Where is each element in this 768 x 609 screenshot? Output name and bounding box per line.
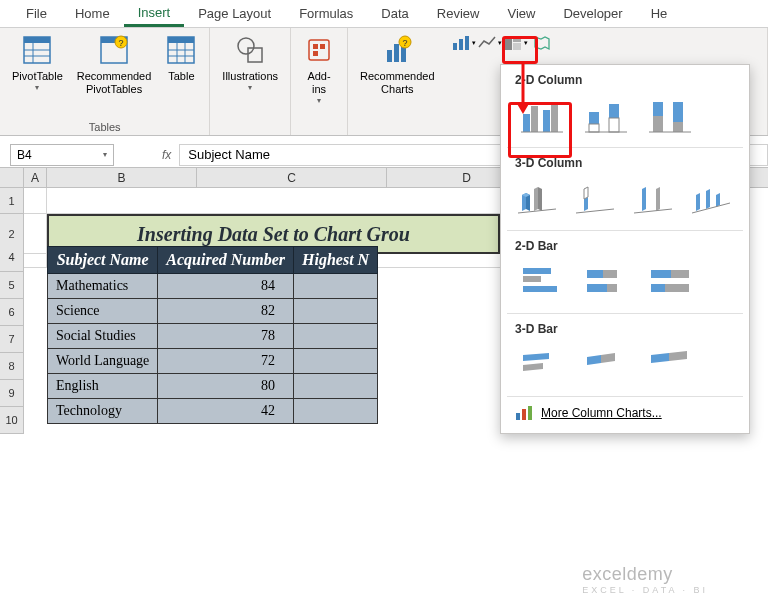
table-row[interactable]: Technology42 [48, 399, 378, 424]
col-header-a[interactable]: A [24, 168, 47, 187]
tab-developer[interactable]: Developer [549, 2, 636, 25]
clustered-bar-2d[interactable] [515, 259, 571, 303]
svg-rect-53 [523, 268, 551, 274]
svg-rect-59 [607, 284, 617, 292]
svg-rect-29 [505, 36, 512, 50]
row-header-10[interactable]: 10 [0, 407, 24, 434]
100-stacked-bar-3d[interactable] [643, 342, 699, 386]
clustered-bar-3d[interactable] [515, 342, 571, 386]
col-header-b[interactable]: B [47, 168, 197, 187]
formula-value: Subject Name [188, 147, 270, 162]
addins-button[interactable]: Add- ins ▾ [299, 32, 339, 108]
watermark-main: exceldemy [582, 564, 673, 584]
tab-help[interactable]: He [637, 2, 682, 25]
100-stacked-column-3d[interactable] [631, 176, 681, 220]
row-header-9[interactable]: 9 [0, 380, 24, 407]
svg-rect-45 [653, 116, 663, 132]
cell-acquired: 80 [158, 374, 294, 399]
table-row[interactable]: Science82 [48, 299, 378, 324]
cell-subject: Technology [48, 399, 158, 424]
stacked-column-2d[interactable] [579, 93, 635, 137]
row-header-6[interactable]: 6 [0, 299, 24, 326]
svg-rect-30 [513, 36, 521, 42]
group-tables: PivotTable ▾ ? Recommended PivotTables T… [0, 28, 210, 135]
col-subject-name[interactable]: Subject Name [48, 247, 158, 274]
col-highest[interactable]: Highest N [294, 247, 378, 274]
table-row[interactable]: Mathematics84 [48, 274, 378, 299]
svg-rect-54 [523, 276, 541, 282]
recommended-charts-button[interactable]: ? Recommended Charts [356, 32, 439, 98]
stacked-bar-3d[interactable] [579, 342, 635, 386]
row-header-7[interactable]: 7 [0, 326, 24, 353]
recommended-pivot-button[interactable]: ? Recommended PivotTables [73, 32, 156, 98]
select-all-corner[interactable] [0, 168, 24, 187]
tab-formulas[interactable]: Formulas [285, 2, 367, 25]
chart-type-dropdown: 2-D Column 3-D Column 2-D Bar 3-D Bar Mo… [500, 64, 750, 434]
cell-highest [294, 399, 378, 424]
pivot-table-button[interactable]: PivotTable ▾ [8, 32, 67, 98]
row-header-5[interactable]: 5 [0, 272, 24, 299]
clustered-column-3d[interactable] [515, 176, 565, 220]
table-icon [165, 34, 197, 66]
svg-line-50 [576, 209, 614, 213]
illustrations-button[interactable]: Illustrations ▾ [218, 32, 282, 95]
watermark: exceldemy EXCEL · DATA · BI [582, 564, 708, 595]
cell-subject: Social Studies [48, 324, 158, 349]
cell-subject: World Language [48, 349, 158, 374]
table-row[interactable]: English80 [48, 374, 378, 399]
section-2d-bar: 2-D Bar [501, 231, 749, 257]
more-column-charts[interactable]: More Column Charts... [501, 397, 749, 429]
map-chart-button[interactable] [530, 33, 554, 53]
table-button[interactable]: Table [161, 32, 201, 98]
svg-rect-56 [587, 270, 603, 278]
recommended-charts-label: Recommended Charts [360, 70, 435, 96]
cell-acquired: 42 [158, 399, 294, 424]
row-header-4[interactable]: 4 [0, 242, 24, 272]
cell-acquired: 78 [158, 324, 294, 349]
stacked-bar-2d[interactable] [579, 259, 635, 303]
chevron-down-icon: ▾ [103, 150, 107, 159]
tab-review[interactable]: Review [423, 2, 494, 25]
group-illustrations: Illustrations ▾ [210, 28, 291, 135]
cell-highest [294, 274, 378, 299]
100-stacked-bar-2d[interactable] [643, 259, 699, 303]
svg-rect-21 [387, 50, 392, 62]
column-3d[interactable] [689, 176, 739, 220]
svg-rect-35 [531, 106, 538, 132]
fx-icon[interactable]: fx [162, 148, 171, 162]
table-row[interactable]: Social Studies78 [48, 324, 378, 349]
tab-home[interactable]: Home [61, 2, 124, 25]
table-row[interactable]: World Language72 [48, 349, 378, 374]
cell-acquired: 82 [158, 299, 294, 324]
col-acquired-number[interactable]: Acquired Number [158, 247, 294, 274]
100-stacked-column-2d[interactable] [643, 93, 699, 137]
hierarchy-chart-button[interactable]: ▾ [504, 33, 528, 53]
svg-rect-40 [589, 124, 599, 132]
recommended-pivot-icon: ? [98, 34, 130, 66]
row-header-1[interactable]: 1 [0, 188, 24, 214]
table-label: Table [168, 70, 194, 83]
svg-rect-61 [671, 270, 689, 278]
svg-rect-17 [309, 40, 329, 60]
column-chart-button[interactable]: ▾ [452, 33, 476, 53]
name-box[interactable]: B4 ▾ [10, 144, 114, 166]
svg-rect-60 [651, 270, 671, 278]
column-chart-icon [515, 405, 533, 421]
line-chart-button[interactable]: ▾ [478, 33, 502, 53]
tab-page-layout[interactable]: Page Layout [184, 2, 285, 25]
col-header-c[interactable]: C [197, 168, 387, 187]
svg-rect-31 [513, 43, 521, 50]
cell-highest [294, 349, 378, 374]
svg-rect-36 [543, 110, 550, 132]
tab-view[interactable]: View [493, 2, 549, 25]
svg-line-51 [634, 209, 672, 213]
stacked-column-3d[interactable] [573, 176, 623, 220]
tab-insert[interactable]: Insert [124, 1, 185, 27]
row-header-8[interactable]: 8 [0, 353, 24, 380]
tab-file[interactable]: File [12, 2, 61, 25]
section-3d-bar: 3-D Bar [501, 314, 749, 340]
svg-rect-39 [589, 112, 599, 124]
tab-data[interactable]: Data [367, 2, 422, 25]
svg-rect-10 [168, 37, 194, 43]
cell-acquired: 84 [158, 274, 294, 299]
